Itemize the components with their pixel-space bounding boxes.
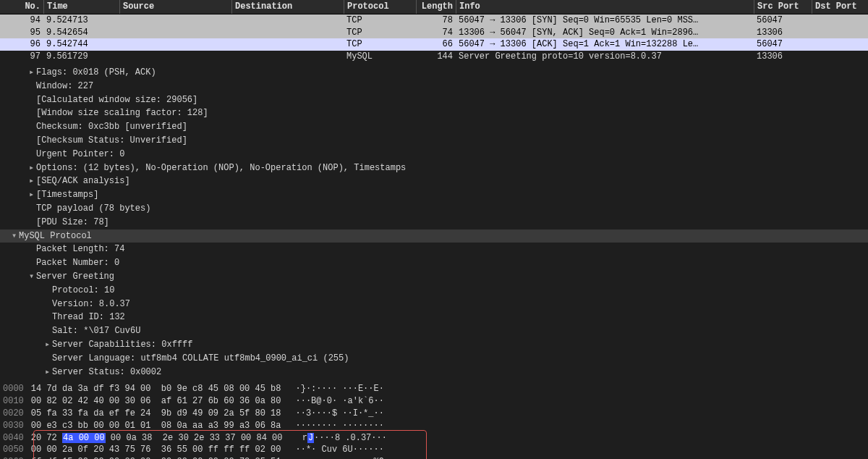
hex-row[interactable]: 002005 fa 33 fa da ef fe 24 9b d9 49 09 …	[3, 408, 865, 420]
hex-row[interactable]: 001000 82 02 42 40 00 30 06 af 61 27 6b …	[3, 395, 865, 408]
tcp-checksum: Checksum: 0xc3bb [unverified]	[0, 120, 868, 134]
mysql-pkt-num: Packet Number: 0	[0, 256, 868, 270]
hex-row[interactable]: 004020 72 4a 00 00 00 0a 38 2e 30 2e 33 …	[3, 432, 865, 445]
mysql-caps[interactable]: ▸Server Capabilities: 0xffff	[0, 338, 868, 352]
packet-row[interactable]: 969.542744TCP6656047 → 13306 [ACK] Seq=1…	[0, 38, 868, 51]
tcp-window: Window: 227	[0, 80, 868, 93]
col-info[interactable]: Info	[456, 0, 754, 14]
tcp-payload: TCP payload (78 bytes)	[0, 202, 868, 216]
tcp-win-scale: [Window size scaling factor: 128]	[0, 106, 868, 120]
col-proto[interactable]: Protocol	[344, 0, 416, 14]
hex-row[interactable]: 005000 00 2a 0f 20 43 75 76 36 55 00 ff …	[3, 444, 865, 456]
mysql-lang: Server Language: utf8mb4 COLLATE utf8mb4…	[0, 352, 868, 366]
col-time[interactable]: Time	[43, 0, 119, 14]
packet-row[interactable]: 959.542654TCP7413306 → 56047 [SYN, ACK] …	[0, 27, 868, 39]
col-sport[interactable]: Src Port	[754, 0, 812, 14]
tcp-pdu: [PDU Size: 78]	[0, 216, 868, 230]
mysql-server-greet[interactable]: ▾Server Greeting	[0, 270, 868, 284]
tcp-timestamps[interactable]: ▸[Timestamps]	[0, 188, 868, 202]
mysql-protocol[interactable]: ▾MySQL Protocol	[0, 230, 868, 243]
packet-details: ▸Flags: 0x018 (PSH, ACK) Window: 227 [Ca…	[0, 63, 868, 382]
packet-row[interactable]: 949.524713TCP7856047 → 13306 [SYN] Seq=0…	[0, 14, 868, 27]
hex-dump[interactable]: 000014 7d da 3a df f3 94 00 b0 9e c8 45 …	[0, 382, 868, 459]
mysql-salt: Salt: *\017 Cuv6U	[0, 324, 868, 338]
mysql-pkt-len: Packet Length: 74	[0, 243, 868, 256]
tcp-urgent: Urgent Pointer: 0	[0, 148, 868, 161]
mysql-status[interactable]: ▸Server Status: 0x0002	[0, 366, 868, 379]
tcp-flags[interactable]: ▸Flags: 0x018 (PSH, ACK)	[0, 66, 868, 80]
hex-row[interactable]: 0060ff df 15 00 00 00 00 00 00 00 00 00 …	[3, 456, 865, 459]
tcp-calc-window: [Calculated window size: 29056]	[0, 93, 868, 107]
col-no[interactable]: No.	[0, 0, 43, 14]
mysql-version: Version: 8.0.37	[0, 298, 868, 311]
mysql-proto: Protocol: 10	[0, 284, 868, 298]
tcp-options[interactable]: ▸Options: (12 bytes), No-Operation (NOP)…	[0, 161, 868, 175]
tcp-seq-ack[interactable]: ▸[SEQ/ACK analysis]	[0, 174, 868, 188]
col-dst[interactable]: Destination	[231, 0, 344, 14]
packet-row[interactable]: 979.561729MySQL144Server Greeting proto=…	[0, 51, 868, 63]
packet-list-header[interactable]: No. Time Source Destination Protocol Len…	[0, 0, 868, 14]
col-len[interactable]: Length	[416, 0, 456, 14]
col-src[interactable]: Source	[119, 0, 231, 14]
tcp-checksum-status: [Checksum Status: Unverified]	[0, 134, 868, 148]
hex-row[interactable]: 000014 7d da 3a df f3 94 00 b0 9e c8 45 …	[3, 383, 865, 395]
packet-list: No. Time Source Destination Protocol Len…	[0, 0, 868, 63]
packet-rows: 949.524713TCP7856047 → 13306 [SYN] Seq=0…	[0, 14, 868, 63]
hex-row[interactable]: 003000 e3 c3 bb 00 00 01 01 08 0a aa a3 …	[3, 420, 865, 432]
mysql-thread: Thread ID: 132	[0, 311, 868, 324]
col-dport[interactable]: Dst Port	[812, 0, 868, 14]
